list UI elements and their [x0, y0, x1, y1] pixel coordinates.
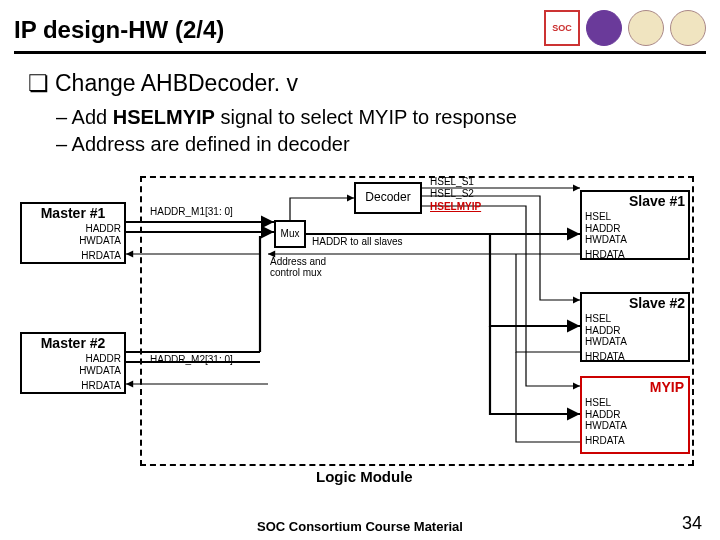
slave-2-title: Slave #2 [582, 294, 688, 313]
sb1-bold: HSELMYIP [113, 106, 215, 128]
slave-1-title: Slave #1 [582, 192, 688, 211]
sb1-prefix: – Add [56, 106, 113, 128]
sub-bullet-1: – Add HSELMYIP signal to select MYIP to … [56, 104, 517, 131]
master-2-title: Master #2 [22, 334, 124, 353]
sb1-rest: signal to select MYIP to response [215, 106, 517, 128]
slave-1-hwdata: HWDATA [585, 234, 685, 246]
label-haddr-m1: HADDR_M1[31: 0] [150, 206, 233, 217]
label-hselmyip: HSELMYIP [430, 201, 481, 212]
slave-1: Slave #1 HSEL HADDR HWDATA HRDATA [580, 190, 690, 260]
slave-1-hsel: HSEL [585, 211, 685, 223]
label-addr-mux: Address and control mux [270, 256, 326, 278]
myip-hsel: HSEL [585, 397, 685, 409]
master-1-hwdata: HWDATA [25, 235, 121, 247]
slave-1-hrdata: HRDATA [585, 249, 685, 261]
master-1-haddr: HADDR [25, 223, 121, 235]
myip-hrdata: HRDATA [585, 435, 685, 447]
page-title: IP design-HW (2/4) [14, 16, 224, 44]
slave-1-haddr: HADDR [585, 223, 685, 235]
label-hsel-s2: HSEL_S2 [430, 188, 474, 199]
master-2-hrdata: HRDATA [25, 380, 121, 392]
slave-2-hrdata: HRDATA [585, 351, 685, 363]
diagram: Logic Module [20, 176, 700, 486]
master-1-hrdata: HRDATA [25, 250, 121, 262]
sub-bullets: – Add HSELMYIP signal to select MYIP to … [56, 104, 517, 158]
org-logo-2 [586, 10, 622, 46]
master-2-hwdata: HWDATA [25, 365, 121, 377]
slave-2-hwdata: HWDATA [585, 336, 685, 348]
decoder-block: Decoder [354, 182, 422, 214]
sb2-prefix: – Address are defined in decoder [56, 133, 350, 155]
slave-2-hsel: HSEL [585, 313, 685, 325]
label-haddr-all: HADDR to all slaves [312, 236, 403, 247]
page-number: 34 [682, 513, 702, 534]
org-logo-3 [628, 10, 664, 46]
label-hsel-s1: HSEL_S1 [430, 176, 474, 187]
master-1: Master #1 HADDR HWDATA HRDATA [20, 202, 126, 264]
logic-module-label: Logic Module [316, 468, 413, 485]
soc-logo: SOC [544, 10, 580, 46]
logo-row: SOC [544, 10, 706, 46]
master-1-title: Master #1 [22, 204, 124, 223]
master-2: Master #2 HADDR HWDATA HRDATA [20, 332, 126, 394]
bullet-main: Change AHBDecoder. v [28, 70, 298, 97]
myip-block: MYIP HSEL HADDR HWDATA HRDATA [580, 376, 690, 454]
slave-2-haddr: HADDR [585, 325, 685, 337]
slave-2: Slave #2 HSEL HADDR HWDATA HRDATA [580, 292, 690, 362]
myip-haddr: HADDR [585, 409, 685, 421]
myip-hwdata: HWDATA [585, 420, 685, 432]
master-2-haddr: HADDR [25, 353, 121, 365]
mux-block: Mux [274, 220, 306, 248]
label-haddr-m2: HADDR_M2[31: 0] [150, 354, 233, 365]
org-logo-4 [670, 10, 706, 46]
sub-bullet-2: – Address are defined in decoder [56, 131, 517, 158]
footer-course: SOC Consortium Course Material [0, 519, 720, 534]
myip-title: MYIP [582, 378, 688, 397]
